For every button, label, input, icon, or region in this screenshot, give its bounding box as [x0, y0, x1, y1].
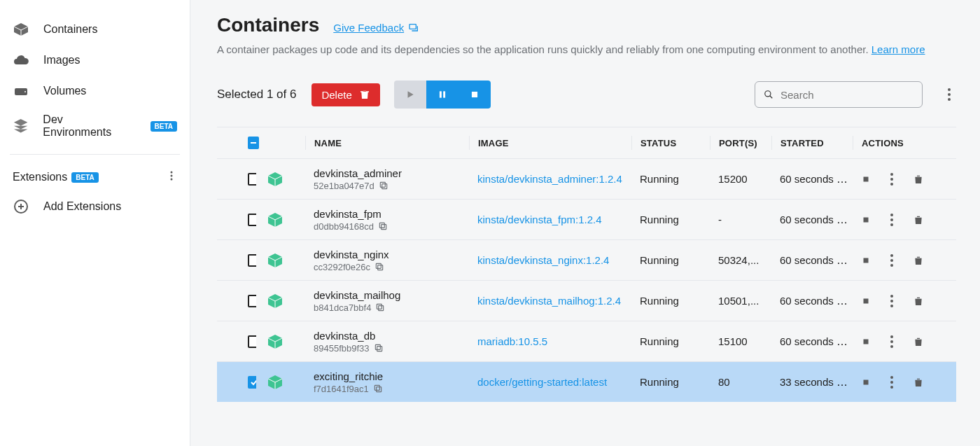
copy-icon[interactable]	[375, 302, 385, 312]
container-id: cc3292f0e26c	[314, 262, 469, 272]
drive-icon	[13, 83, 29, 99]
sidebar-item-dev-environments[interactable]: Dev Environments BETA	[0, 106, 190, 146]
row-menu-icon[interactable]	[890, 335, 893, 348]
table-row[interactable]: devkinsta_nginx cc3292f0e26c kinsta/devk…	[217, 239, 956, 280]
col-ports[interactable]: PORT(S)	[710, 136, 771, 150]
extensions-menu-icon[interactable]	[166, 170, 177, 184]
container-name[interactable]: exciting_ritchie	[314, 370, 469, 382]
stop-icon[interactable]	[861, 174, 871, 184]
trash-icon[interactable]	[913, 174, 924, 185]
table-row[interactable]: devkinsta_adminer 52e1ba047e7d kinsta/de…	[217, 158, 956, 199]
sidebar-item-label: Dev Environments	[43, 113, 132, 139]
stop-icon[interactable]	[861, 377, 871, 387]
svg-rect-7	[440, 91, 442, 97]
row-checkbox[interactable]	[248, 173, 256, 186]
container-name[interactable]: devkinsta_db	[314, 330, 469, 342]
container-name[interactable]: devkinsta_nginx	[314, 249, 469, 260]
container-name[interactable]: devkinsta_mailhog	[314, 289, 469, 301]
trash-icon[interactable]	[913, 295, 924, 307]
stop-icon[interactable]	[861, 215, 871, 225]
trash-icon[interactable]	[913, 214, 924, 225]
sidebar-item-volumes[interactable]: Volumes	[0, 76, 190, 106]
search-input[interactable]	[780, 89, 913, 101]
col-started[interactable]: STARTED	[771, 136, 853, 150]
status-text: Running	[640, 173, 679, 185]
table-row[interactable]: devkinsta_fpm d0dbb94168cd kinsta/devkin…	[217, 199, 956, 239]
page-description: A container packages up code and its dep…	[217, 43, 956, 55]
stop-icon[interactable]	[861, 256, 871, 265]
image-link[interactable]: docker/getting-started:latest	[477, 376, 607, 388]
row-checkbox[interactable]	[248, 335, 256, 348]
svg-point-10	[765, 91, 771, 97]
give-feedback-link[interactable]: Give Feedback	[333, 22, 419, 34]
svg-rect-9	[472, 92, 477, 97]
toolbar: Selected 1 of 6 Delete	[217, 81, 956, 109]
col-name[interactable]: NAME	[305, 136, 469, 150]
extensions-label: Extensions	[13, 171, 67, 183]
beta-badge: BETA	[150, 121, 177, 132]
stop-icon[interactable]	[861, 337, 871, 347]
col-status[interactable]: STATUS	[631, 136, 710, 150]
col-image[interactable]: IMAGE	[469, 136, 631, 150]
table-header: NAME IMAGE STATUS PORT(S) STARTED ACTION…	[217, 127, 956, 158]
image-link[interactable]: kinsta/devkinsta_nginx:1.2.4	[477, 254, 609, 266]
trash-icon[interactable]	[913, 255, 924, 266]
search-icon	[764, 88, 774, 101]
image-link[interactable]: kinsta/devkinsta_fpm:1.2.4	[477, 214, 602, 225]
svg-rect-6	[410, 24, 416, 29]
image-link[interactable]: mariadb:10.5.5	[477, 335, 547, 347]
play-button[interactable]	[394, 81, 426, 109]
sidebar-item-add-extensions[interactable]: Add Extensions	[0, 191, 190, 222]
row-menu-icon[interactable]	[890, 254, 893, 267]
copy-icon[interactable]	[379, 181, 388, 190]
copy-icon[interactable]	[378, 221, 388, 231]
main-content: Containers Give Feedback A container pac…	[190, 0, 980, 446]
search-box[interactable]	[755, 81, 923, 108]
row-menu-icon[interactable]	[890, 295, 893, 307]
trash-icon[interactable]	[913, 336, 924, 347]
container-icon	[265, 211, 286, 228]
toolbar-menu-icon[interactable]	[942, 88, 956, 101]
row-checkbox[interactable]	[248, 214, 256, 226]
learn-more-link[interactable]: Learn more	[872, 43, 925, 55]
col-actions: ACTIONS	[853, 136, 928, 150]
row-menu-icon[interactable]	[890, 214, 893, 226]
started-text: 60 seconds ago	[780, 295, 853, 307]
image-link[interactable]: kinsta/devkinsta_mailhog:1.2.4	[477, 295, 621, 307]
pause-icon	[438, 90, 447, 99]
sidebar-item-label: Images	[43, 54, 80, 67]
container-name[interactable]: devkinsta_adminer	[314, 167, 469, 179]
container-id: f7d1641f9ac1	[314, 384, 469, 394]
container-icon	[265, 374, 286, 391]
stop-icon[interactable]	[861, 296, 871, 306]
container-name[interactable]: devkinsta_fpm	[314, 208, 469, 220]
table-row[interactable]: devkinsta_db 89455fbb9f33 mariadb:10.5.5…	[217, 321, 956, 361]
row-checkbox[interactable]	[248, 376, 256, 389]
row-checkbox[interactable]	[248, 295, 256, 307]
ports-text: 15100	[718, 335, 748, 347]
table-row[interactable]: exciting_ritchie f7d1641f9ac1 docker/get…	[217, 361, 956, 402]
row-menu-icon[interactable]	[890, 173, 893, 186]
started-text: 60 seconds ago	[780, 173, 853, 185]
sidebar: Containers Images Volumes Dev Environmen…	[0, 0, 190, 446]
image-link[interactable]: kinsta/devkinsta_adminer:1.2.4	[477, 173, 622, 185]
table-row[interactable]: devkinsta_mailhog b841dca7bbf4 kinsta/de…	[217, 280, 956, 321]
copy-icon[interactable]	[374, 262, 384, 272]
container-id: 89455fbb9f33	[314, 343, 469, 354]
pause-button[interactable]	[426, 81, 458, 109]
cloud-icon	[13, 52, 29, 69]
trash-icon[interactable]	[913, 377, 924, 388]
copy-icon[interactable]	[373, 384, 383, 393]
stop-icon	[470, 90, 479, 99]
delete-button[interactable]: Delete	[312, 83, 379, 106]
sidebar-item-label: Add Extensions	[43, 200, 121, 213]
ports-text: 15200	[718, 173, 748, 185]
sidebar-item-containers[interactable]: Containers	[0, 14, 190, 45]
row-checkbox[interactable]	[248, 254, 256, 267]
row-menu-icon[interactable]	[890, 376, 893, 389]
containers-table: NAME IMAGE STATUS PORT(S) STARTED ACTION…	[217, 127, 956, 402]
sidebar-item-images[interactable]: Images	[0, 45, 190, 76]
copy-icon[interactable]	[374, 343, 384, 353]
stop-button[interactable]	[458, 81, 491, 109]
started-text: 60 seconds ago	[780, 214, 853, 225]
